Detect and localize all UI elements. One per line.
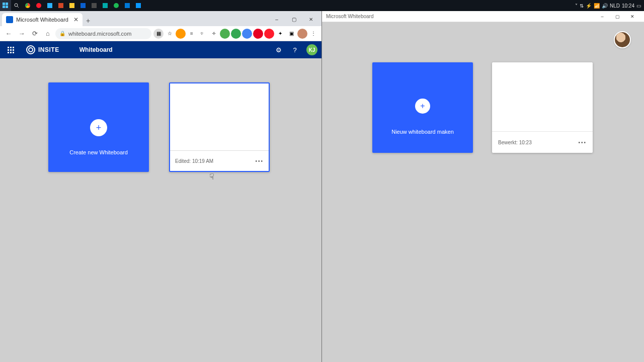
native-edited-label: Bewerkt: 10:23 xyxy=(498,140,532,145)
reload-button[interactable]: ⟳ xyxy=(29,28,40,39)
native-close-button[interactable]: ✕ xyxy=(625,12,640,22)
task-store[interactable] xyxy=(122,0,133,11)
task-app-7[interactable] xyxy=(89,0,100,11)
tray-wifi-icon[interactable]: 📶 xyxy=(594,3,600,9)
lock-icon: 🔒 xyxy=(59,31,65,36)
native-create-label: Nieuw whiteboard maken xyxy=(391,129,454,135)
svg-line-5 xyxy=(17,6,19,8)
tray-chevron-icon[interactable]: ˅ xyxy=(575,3,578,9)
ext-1[interactable]: ▦ xyxy=(153,29,164,39)
start-button[interactable] xyxy=(0,0,11,11)
url-text: whiteboard.microsoft.com xyxy=(68,31,131,37)
native-tile-more-button[interactable]: ••• xyxy=(578,140,587,145)
task-outlook[interactable] xyxy=(77,0,89,11)
task-chrome[interactable] xyxy=(22,0,33,11)
tab-title: Microsoft Whiteboard xyxy=(16,17,68,23)
plus-icon: + xyxy=(415,99,430,114)
svg-rect-3 xyxy=(6,6,8,8)
create-whiteboard-tile[interactable]: + Create new Whiteboard xyxy=(48,82,149,172)
whiteboard-edited-label: Edited: 10:19 AM xyxy=(175,158,213,164)
chrome-tabstrip: Microsoft Whiteboard ✕ + – ▢ ✕ xyxy=(0,11,321,26)
forward-button[interactable]: → xyxy=(16,28,27,39)
native-maximize-button[interactable]: ▢ xyxy=(610,12,625,22)
ext-7[interactable] xyxy=(220,29,230,39)
ext-pinterest[interactable] xyxy=(253,29,263,39)
profile-avatar[interactable] xyxy=(297,29,307,39)
brand-logo-icon xyxy=(26,45,35,54)
user-avatar[interactable]: KJ xyxy=(306,44,317,55)
extensions-row: ▦ ☆ ≡ ᯤ ✧ ✦ ▣ ⋮ xyxy=(153,29,318,39)
whiteboard-preview xyxy=(170,83,269,151)
task-app-8[interactable] xyxy=(100,0,111,11)
chrome-maximize-button[interactable]: ▢ xyxy=(285,12,302,26)
ext-3[interactable] xyxy=(176,29,186,39)
chrome-close-button[interactable]: ✕ xyxy=(302,12,319,26)
svg-rect-0 xyxy=(3,3,5,5)
native-user-avatar[interactable] xyxy=(614,31,631,48)
ext-9[interactable] xyxy=(242,29,252,39)
create-whiteboard-label: Create new Whiteboard xyxy=(69,149,128,155)
task-spotify[interactable] xyxy=(111,0,122,11)
ext-8[interactable] xyxy=(231,29,241,39)
ext-opera[interactable] xyxy=(264,29,274,39)
svg-point-4 xyxy=(15,4,18,7)
native-whiteboard-preview xyxy=(492,62,593,132)
ext-5[interactable]: ᯤ xyxy=(198,29,208,39)
task-app-11[interactable] xyxy=(133,0,144,11)
task-files[interactable] xyxy=(66,0,77,11)
tile-more-button[interactable]: ••• xyxy=(255,158,264,164)
tab-favicon xyxy=(6,16,13,23)
tray-lang[interactable]: NLD xyxy=(610,3,620,9)
task-powerpoint[interactable] xyxy=(55,0,66,11)
task-opera[interactable] xyxy=(33,0,44,11)
chrome-menu-button[interactable]: ⋮ xyxy=(308,29,318,39)
native-create-whiteboard-tile[interactable]: + Nieuw whiteboard maken xyxy=(372,62,473,153)
whiteboard-tile[interactable]: Edited: 10:19 AM ••• xyxy=(169,82,270,172)
brand: INSITE xyxy=(26,45,59,54)
task-app-3[interactable] xyxy=(44,0,55,11)
native-titlebar: Microsoft Whiteboard – ▢ ✕ xyxy=(322,11,644,22)
windows-taskbar: ˅ ⇅ ⚡ 📶 🔊 NLD 10:24 ▭ xyxy=(0,0,644,11)
chrome-minimize-button[interactable]: – xyxy=(268,12,285,26)
tray-sync-icon[interactable]: ⇅ xyxy=(580,3,584,9)
svg-rect-1 xyxy=(6,3,8,5)
ext-4[interactable]: ≡ xyxy=(187,29,197,39)
browser-tab[interactable]: Microsoft Whiteboard ✕ xyxy=(2,13,83,26)
ext-6[interactable]: ✧ xyxy=(209,29,219,39)
home-button[interactable]: ⌂ xyxy=(42,28,53,39)
help-icon[interactable]: ? xyxy=(290,45,299,54)
search-icon[interactable] xyxy=(11,0,22,11)
system-tray[interactable]: ˅ ⇅ ⚡ 📶 🔊 NLD 10:24 ▭ xyxy=(572,3,644,9)
native-body: + Nieuw whiteboard maken Bewerkt: 10:23 … xyxy=(322,22,644,362)
tray-volume-icon[interactable]: 🔊 xyxy=(602,3,608,9)
tray-power-icon[interactable]: ⚡ xyxy=(586,3,592,9)
new-tab-button[interactable]: + xyxy=(83,15,94,26)
tray-notifications-icon[interactable]: ▭ xyxy=(636,3,641,9)
tab-close-icon[interactable]: ✕ xyxy=(73,16,78,23)
address-bar[interactable]: 🔒 whiteboard.microsoft.com xyxy=(55,28,151,39)
chrome-toolbar: ← → ⟳ ⌂ 🔒 whiteboard.microsoft.com ▦ ☆ ≡… xyxy=(0,26,321,41)
bookmark-star-icon[interactable]: ☆ xyxy=(165,29,175,39)
plus-icon: + xyxy=(90,119,107,136)
app-launcher-button[interactable] xyxy=(4,43,17,56)
cast-icon[interactable]: ▣ xyxy=(286,29,296,39)
whiteboard-web-body: + Create new Whiteboard Edited: 10:19 AM… xyxy=(0,58,321,362)
extensions-puzzle-icon[interactable]: ✦ xyxy=(275,29,285,39)
chrome-window: Microsoft Whiteboard ✕ + – ▢ ✕ ← → ⟳ ⌂ 🔒… xyxy=(0,11,322,362)
settings-gear-icon[interactable]: ⚙ xyxy=(274,45,283,54)
page-title: Whiteboard xyxy=(79,46,113,53)
back-button[interactable]: ← xyxy=(3,28,14,39)
native-whiteboard-tile[interactable]: Bewerkt: 10:23 ••• xyxy=(492,62,593,153)
whiteboard-native-window: Microsoft Whiteboard – ▢ ✕ + Nieuw white… xyxy=(322,11,644,362)
tray-clock[interactable]: 10:24 xyxy=(622,3,634,9)
mouse-cursor-icon: ☟ xyxy=(209,172,214,182)
whiteboard-web-header: INSITE Whiteboard ⚙ ? KJ xyxy=(0,41,321,58)
brand-text: INSITE xyxy=(38,46,59,53)
native-title-text: Microsoft Whiteboard xyxy=(326,14,373,19)
native-minimize-button[interactable]: – xyxy=(595,12,610,22)
svg-rect-2 xyxy=(3,6,5,8)
